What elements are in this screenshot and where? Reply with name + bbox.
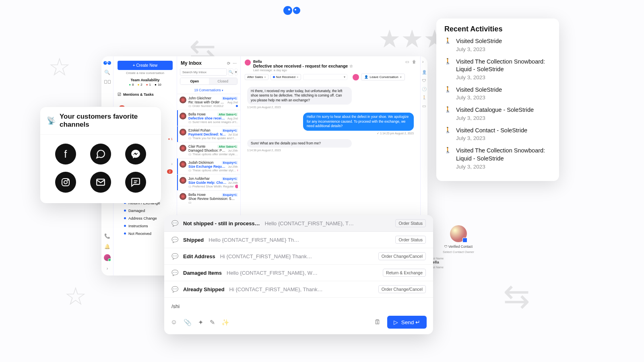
note-icon[interactable]: ▭ (421, 104, 427, 108)
email-icon[interactable] (90, 172, 111, 193)
inbox-tabs: Open Closed (180, 78, 237, 85)
activity-item: 🚶Visited SoleStrideJuly 3, 2023 (444, 37, 551, 52)
activity-item: 🚶Visited Contact - SoleStrideJuly 3, 202… (444, 127, 551, 142)
composer-input[interactable]: /shi (164, 298, 433, 313)
quick-reply-item[interactable]: 💬Not shipped - still in process…Hello {C… (164, 215, 433, 232)
archive-icon[interactable]: ▭ (405, 60, 409, 64)
clock-icon[interactable]: 🕐 (421, 87, 427, 91)
walk-icon: 🚶 (444, 147, 451, 169)
assignee-avatar[interactable] (353, 74, 359, 80)
activity-item: 🚶Visited The Collection Snowboard: Liqui… (444, 147, 551, 169)
facebook-icon[interactable]: f (55, 144, 76, 165)
activity-item: 🚶Visited SoleStrideJuly 3, 2023 (444, 86, 551, 101)
conversation-item[interactable]: Judah DickinsonEnquiry+1Size Exchange Re… (177, 158, 240, 174)
conversation-item[interactable]: Clair RunteAfter Sales+1Damaged Shoebox:… (177, 142, 240, 158)
remove-tag-icon[interactable]: × (297, 75, 299, 79)
expand-info-icon[interactable]: › (422, 60, 423, 64)
conversation-item[interactable]: Ezekiel RohanEnquiry+1Payment Declined: … (177, 126, 240, 142)
walk-icon: 🚶 (444, 86, 451, 101)
activity-item: 🚶Visited Catalogue - SoleStrideJuly 3, 2… (444, 106, 551, 121)
messenger-icon[interactable] (125, 144, 146, 165)
quick-reply-item[interactable]: 💬Already ShippedHi {CONTACT_FIRST_NAME},… (164, 281, 433, 298)
brand-logo (283, 6, 300, 15)
conversation-count[interactable]: 19 Conversations (177, 86, 240, 94)
search-icon[interactable]: 🔍 (104, 70, 110, 75)
more-icon[interactable]: ⋯ (233, 61, 237, 66)
tag-dropdown[interactable]: ▾ (303, 74, 347, 80)
logo-icon (103, 61, 111, 65)
tag-pill[interactable]: Not Received× (270, 74, 301, 80)
filter-button[interactable]: ▾ (235, 68, 237, 76)
walk-icon: 🚶 (444, 58, 451, 80)
incoming-message: Hi there, I received my order today, but… (247, 87, 352, 105)
team-availability-title: Team Availability (114, 78, 177, 82)
mentions-section[interactable]: ☑Mentions & Tasks (114, 90, 177, 99)
composer-panel: 💬Not shipped - still in process…Hello {C… (164, 215, 433, 334)
contact-large-avatar (450, 225, 467, 242)
contact-avatar (245, 60, 251, 66)
remove-tag-icon[interactable]: × (264, 75, 266, 79)
attachment-icon[interactable]: 📎 (184, 319, 192, 326)
send-button[interactable]: ▷Send ↵ (387, 316, 427, 329)
last-message-time: Last message: a day ago (253, 68, 403, 72)
phone-icon[interactable]: 📞 (104, 233, 110, 239)
inbox-title: My Inbox⟳⋯ (177, 56, 240, 68)
delete-icon[interactable]: 🗑 (412, 60, 416, 64)
sms-icon[interactable] (125, 172, 146, 193)
tab-open[interactable]: Open (180, 78, 209, 84)
tag-pill[interactable]: After Sales× (245, 74, 268, 80)
star-icon[interactable]: ☆ (349, 64, 353, 68)
create-new-button[interactable]: + Create New (118, 61, 173, 70)
search-button[interactable]: 🔍 (228, 68, 233, 76)
conversation-item[interactable]: Bella HoweAfter Sales+1Defective shoe re… (177, 110, 240, 126)
contact-first-name: Bella (430, 260, 487, 264)
tag-damaged[interactable]: Damaged (114, 207, 177, 214)
collapse-rail-icon[interactable]: › (107, 266, 108, 271)
conversation-item[interactable]: Jon AufderharEnquiry+1Size Guide Help: C… (177, 174, 240, 190)
outgoing-message: Hello! I'm sorry to hear about the defec… (303, 113, 414, 130)
quick-reply-item[interactable]: 💬ShippedHello {CONTACT_FIRST_NAME} Th…Or… (164, 232, 433, 248)
walk-icon: 🚶 (444, 127, 451, 142)
svg-point-2 (67, 180, 68, 181)
contact-name: Bella (253, 60, 403, 64)
recent-activities-panel: Recent Activities 🚶Visited SoleStrideJul… (436, 19, 559, 181)
tab-closed[interactable]: Closed (209, 78, 237, 84)
ai-icon[interactable]: ✦ (198, 319, 203, 326)
refresh-icon[interactable]: ⟳ (227, 61, 230, 66)
contact-owner-select[interactable]: Select Contact Owner (430, 250, 487, 254)
walk-icon: 🚶 (444, 106, 451, 121)
bell-icon[interactable]: 🔔 (104, 244, 110, 249)
channels-card: 📡 Your customers favorite channels f (40, 107, 161, 203)
whatsapp-icon[interactable] (90, 144, 111, 165)
conversation-item[interactable]: Bella HoweEnquiry+1Shoe Review Submissio… (177, 190, 240, 206)
recent-title: Recent Activities (444, 25, 551, 33)
conversation-item[interactable]: John GleichnerEnquiry+1Re: Issue with Or… (177, 94, 240, 110)
shield-icon[interactable]: 🛡 (421, 78, 427, 83)
emoji-icon[interactable]: ☺ (171, 319, 177, 326)
contact-card: Verified Contact Select Contact Owner Fi… (430, 225, 487, 269)
broadcast-icon: 📡 (47, 116, 56, 125)
conversation-title: Defective shoe received - request for ex… (253, 64, 403, 68)
magic-icon[interactable]: ✨ (221, 319, 229, 326)
quick-reply-item[interactable]: 💬Edit AddressHi {CONTACT_FIRST_NAME} Tha… (164, 248, 433, 265)
svg-point-1 (64, 181, 67, 184)
edit-icon[interactable]: ✎ (210, 319, 215, 326)
shortcut-chips (104, 80, 111, 84)
leave-conversation-button[interactable]: 👤Leave Conversation (361, 74, 405, 80)
create-hint: Create a new conversation (114, 71, 177, 75)
schedule-icon[interactable]: 🗓 (374, 319, 381, 326)
channels-title: Your customers favorite channels (60, 113, 155, 129)
inbox-search-input[interactable] (180, 68, 227, 76)
incoming-message: Sure! What are the details you need from… (247, 139, 352, 148)
team-availability-dots: 8 2 1 10 (114, 83, 177, 86)
me-avatar[interactable] (104, 254, 111, 261)
verified-contact-badge: Verified Contact (430, 245, 487, 249)
walk-icon: 🚶 (444, 37, 451, 52)
walk-icon[interactable]: 🚶 (421, 95, 427, 100)
quick-reply-item[interactable]: 💬Damaged ItemsHello {CONTACT_FIRST_NAME}… (164, 265, 433, 281)
instagram-icon[interactable] (55, 172, 76, 193)
profile-icon[interactable]: 👤 (421, 70, 427, 74)
activity-item: 🚶Visited The Collection Snowboard: Liqui… (444, 58, 551, 80)
